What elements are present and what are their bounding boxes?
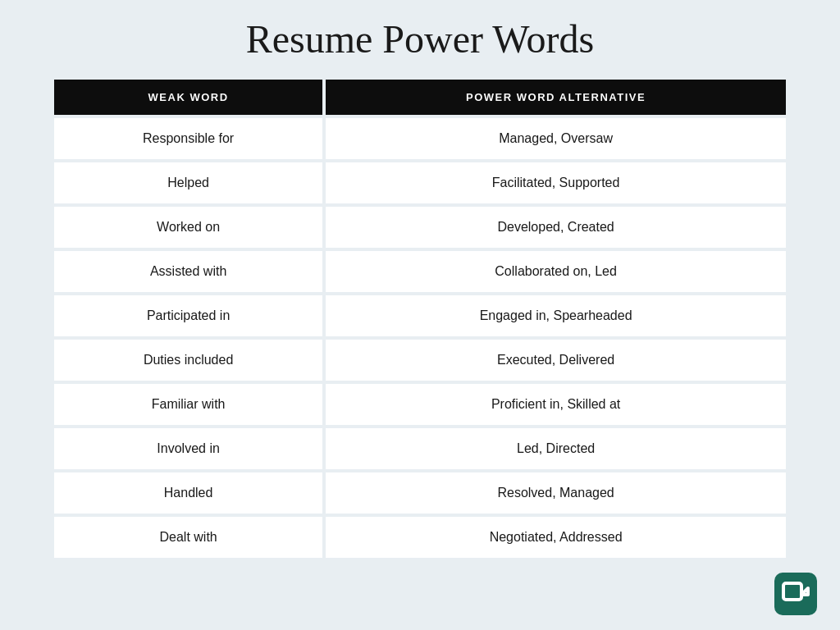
power-word-cell: Developed, Created xyxy=(326,207,786,248)
col-header-power: POWER WORD ALTERNATIVE xyxy=(326,80,786,115)
power-word-cell: Executed, Delivered xyxy=(326,340,786,381)
col-header-weak: WEAK WORD xyxy=(54,80,322,115)
table-row: HelpedFacilitated, Supported xyxy=(54,162,786,203)
table-row: Assisted withCollaborated on, Led xyxy=(54,251,786,292)
weak-word-cell: Responsible for xyxy=(54,118,322,159)
weak-word-cell: Familiar with xyxy=(54,384,322,425)
weak-word-cell: Involved in xyxy=(54,428,322,469)
table-row: Familiar withProficient in, Skilled at xyxy=(54,384,786,425)
page-title: Resume Power Words xyxy=(246,16,595,62)
weak-word-cell: Worked on xyxy=(54,207,322,248)
weak-word-cell: Dealt with xyxy=(54,517,322,558)
weak-word-cell: Participated in xyxy=(54,295,322,336)
table-row: Duties includedExecuted, Delivered xyxy=(54,340,786,381)
power-word-cell: Resolved, Managed xyxy=(326,472,786,514)
power-word-cell: Facilitated, Supported xyxy=(326,162,786,203)
weak-word-cell: Duties included xyxy=(54,340,322,381)
svg-rect-0 xyxy=(783,583,801,600)
weak-word-cell: Handled xyxy=(54,472,322,514)
table-row: Responsible forManaged, Oversaw xyxy=(54,118,786,159)
logo-badge xyxy=(774,573,817,615)
table-row: Participated inEngaged in, Spearheaded xyxy=(54,295,786,336)
weak-word-cell: Helped xyxy=(54,162,322,203)
power-words-table: WEAK WORD POWER WORD ALTERNATIVE Respons… xyxy=(51,76,789,561)
power-word-cell: Engaged in, Spearheaded xyxy=(326,295,786,336)
table-row: Involved inLed, Directed xyxy=(54,428,786,469)
table-row: HandledResolved, Managed xyxy=(54,472,786,514)
power-word-cell: Proficient in, Skilled at xyxy=(326,384,786,425)
table-row: Dealt withNegotiated, Addressed xyxy=(54,517,786,558)
power-word-cell: Managed, Oversaw xyxy=(326,118,786,159)
weak-word-cell: Assisted with xyxy=(54,251,322,292)
table-row: Worked onDeveloped, Created xyxy=(54,207,786,248)
power-word-cell: Negotiated, Addressed xyxy=(326,517,786,558)
power-word-cell: Led, Directed xyxy=(326,428,786,469)
power-word-cell: Collaborated on, Led xyxy=(326,251,786,292)
